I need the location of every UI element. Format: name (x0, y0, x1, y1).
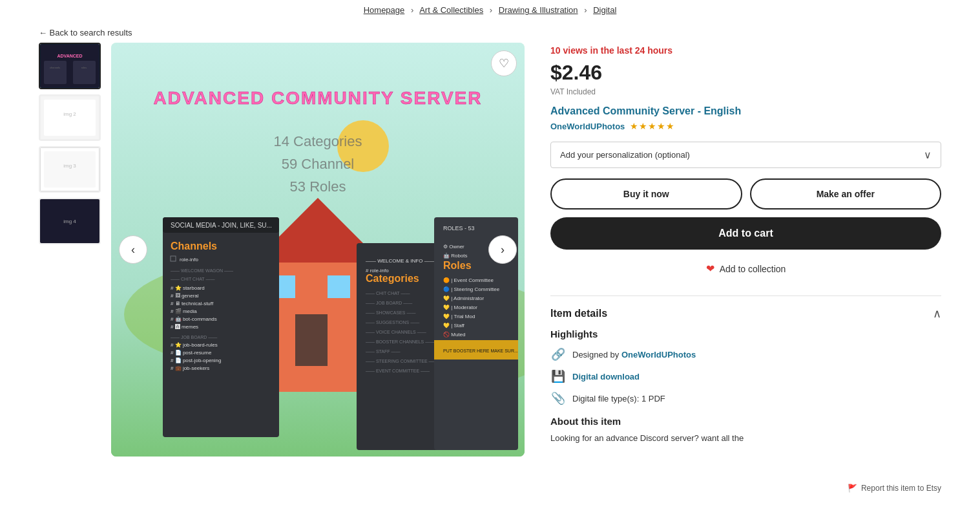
add-to-collection-label: Add to collection (720, 264, 786, 274)
svg-text:# 📄 post-job-opening: # 📄 post-job-opening (171, 357, 222, 363)
add-to-collection-button[interactable]: ❤ Add to collection (550, 257, 941, 280)
svg-text:ROLES - 53: ROLES - 53 (443, 225, 475, 231)
svg-text:💛 | Administrator: 💛 | Administrator (443, 295, 485, 301)
thumbnail-4[interactable]: img 4 (39, 198, 101, 244)
svg-text:⚙ Owner: ⚙ Owner (443, 244, 464, 250)
thumbnail-strip: ADVANCED channels roles img 2 (39, 43, 103, 457)
right-column: 10 views in the last 24 hours $2.46 VAT … (550, 43, 941, 457)
svg-text:💛 | Trial Mod: 💛 | Trial Mod (443, 313, 475, 319)
svg-text:img 4: img 4 (63, 219, 76, 224)
breadcrumb: Homepage › Art & Collectibles › Drawing … (0, 0, 980, 23)
left-column: ADVANCED channels roles img 2 (39, 43, 525, 457)
breadcrumb-digital[interactable]: Digital (593, 5, 616, 15)
svg-text:Channels: Channels (171, 241, 217, 252)
svg-text:img 3: img 3 (63, 163, 76, 169)
svg-text:# 🤖 bot-commands: # 🤖 bot-commands (171, 316, 217, 322)
personalization-toggle[interactable]: Add your personalization (optional) ∨ (550, 142, 941, 168)
svg-text:# 📄 post-resume: # 📄 post-resume (171, 349, 212, 356)
svg-text:—— STEERING COMMITTEE ——: —— STEERING COMMITTEE —— (366, 359, 438, 363)
svg-text:# ⭐ starboard: # ⭐ starboard (171, 285, 205, 291)
chevron-down-icon: ∨ (924, 149, 932, 161)
thumbnail-1[interactable]: ADVANCED channels roles (39, 43, 101, 89)
svg-text:—— BOOSTER CHANNELS ——: —— BOOSTER CHANNELS —— (366, 339, 434, 344)
highlights-section: Highlights 🔗 Designed by OneWorldUPhotos… (550, 328, 941, 405)
svg-rect-22 (328, 275, 350, 298)
heart-icon: ❤ (706, 263, 714, 275)
svg-text:# ⭐ job-board-rules: # ⭐ job-board-rules (171, 341, 218, 348)
report-text: Report this item to Etsy (861, 484, 941, 493)
svg-text:🔵 | Steering Committee: 🔵 | Steering Committee (443, 286, 500, 292)
seller-rating: ★★★★★ (630, 121, 675, 131)
highlight-file-type: 📎 Digital file type(s): 1 PDF (550, 391, 941, 405)
svg-text:—— SHOWCASES ——: —— SHOWCASES —— (366, 310, 415, 315)
svg-text:roles: roles (81, 66, 87, 69)
prev-image-button[interactable]: ‹ (119, 235, 147, 264)
paperclip-icon: 📎 (550, 391, 566, 405)
digital-download-link[interactable]: Digital download (572, 372, 640, 381)
svg-text:—— WELCOME & INFO ——: —— WELCOME & INFO —— (366, 258, 435, 264)
svg-text:Roles: Roles (443, 260, 472, 271)
thumbnail-2[interactable]: img 2 (39, 94, 101, 141)
svg-text:# 🎬 media: # 🎬 media (171, 308, 197, 314)
svg-text:—— CHIT CHAT ——: —— CHIT CHAT —— (366, 291, 410, 295)
wishlist-button[interactable]: ♡ (491, 50, 517, 76)
add-to-cart-button[interactable]: Add to cart (550, 217, 941, 250)
item-details-toggle[interactable]: Item details ∧ (550, 295, 941, 328)
views-text: 10 views in the last 24 hours (550, 45, 941, 56)
item-details-title: Item details (550, 308, 607, 319)
svg-rect-10 (44, 151, 96, 188)
main-product-image: ADVANCED COMMUNITY SERVER 14 Categories … (111, 43, 525, 457)
svg-text:role-info: role-info (180, 257, 198, 263)
seller-row: OneWorldUPhotos ★★★★★ (550, 121, 941, 131)
about-title: About this item (550, 416, 941, 427)
product-price: $2.46 (550, 61, 941, 85)
page-layout: ADVANCED channels roles img 2 (0, 43, 980, 482)
link-icon: 🔗 (550, 347, 566, 361)
breadcrumb-drawing[interactable]: Drawing & Illustration (499, 5, 578, 15)
svg-text:🤖 Robots: 🤖 Robots (443, 252, 468, 259)
svg-text:🟠 | Event Committee: 🟠 | Event Committee (443, 277, 494, 283)
svg-text:—— EVENT COMMITTEE ——: —— EVENT COMMITTEE —— (366, 369, 430, 373)
designer-link[interactable]: OneWorldUPhotos (621, 350, 696, 360)
svg-rect-20 (295, 314, 328, 366)
svg-text:# 🖥 technical-stuff: # 🖥 technical-stuff (171, 301, 214, 306)
svg-text:💛 | Staff: 💛 | Staff (443, 322, 465, 328)
breadcrumb-homepage[interactable]: Homepage (364, 5, 405, 15)
svg-text:—— VOICE CHANNELS ——: —— VOICE CHANNELS —— (366, 330, 426, 334)
svg-text:# 💼 job-seekers: # 💼 job-seekers (171, 365, 209, 371)
flag-icon: 🚩 (848, 484, 857, 493)
svg-text:—— SUGGESTIONS ——: —— SUGGESTIONS —— (366, 320, 419, 325)
report-link[interactable]: 🚩 Report this item to Etsy (848, 484, 941, 493)
svg-text:ADVANCED: ADVANCED (57, 54, 82, 58)
svg-text:53 Roles: 53 Roles (290, 178, 346, 195)
svg-text:# 🖼 general: # 🖼 general (171, 293, 199, 299)
svg-rect-7 (44, 100, 96, 136)
personalization-label: Add your personalization (optional) (560, 150, 690, 160)
svg-rect-2 (44, 61, 67, 84)
about-text: Looking for an advance Discord server? w… (550, 432, 941, 445)
svg-text:# role-info: # role-info (366, 268, 389, 274)
svg-text:—— CHIT CHAT ——: —— CHIT CHAT —— (171, 277, 214, 281)
svg-text:14 Categories: 14 Categories (274, 133, 362, 149)
breadcrumb-art[interactable]: Art & Collectibles (419, 5, 483, 15)
back-to-search-link[interactable]: ← Back to search results (0, 23, 132, 43)
svg-text:SOCIAL MEDIA - JOIN, LIKE, SU.: SOCIAL MEDIA - JOIN, LIKE, SU... (171, 222, 272, 229)
svg-text:ADVANCED COMMUNITY SERVER: ADVANCED COMMUNITY SERVER (154, 88, 483, 108)
svg-text:Categories: Categories (366, 273, 419, 284)
buy-it-now-button[interactable]: Buy it now (550, 178, 742, 210)
thumbnail-3[interactable]: img 3 (39, 146, 101, 193)
highlights-title: Highlights (550, 328, 941, 339)
expand-icon: ∧ (933, 306, 941, 321)
svg-rect-3 (73, 61, 96, 84)
file-type-text: Digital file type(s): 1 PDF (572, 394, 665, 403)
svg-text:—— JOB BOARD ——: —— JOB BOARD —— (171, 335, 217, 339)
svg-text:PUT BOOSTER HERE MAKE SUR...: PUT BOOSTER HERE MAKE SUR... (443, 349, 518, 353)
make-offer-button[interactable]: Make an offer (750, 178, 942, 210)
next-image-button[interactable]: › (488, 235, 517, 264)
download-icon: 💾 (550, 369, 566, 383)
svg-text:img 2: img 2 (63, 111, 76, 117)
vat-label: VAT Included (550, 87, 941, 96)
seller-name[interactable]: OneWorldUPhotos (550, 122, 625, 131)
buy-offer-row: Buy it now Make an offer (550, 178, 941, 210)
svg-text:💛 | Moderator: 💛 | Moderator (443, 304, 477, 310)
